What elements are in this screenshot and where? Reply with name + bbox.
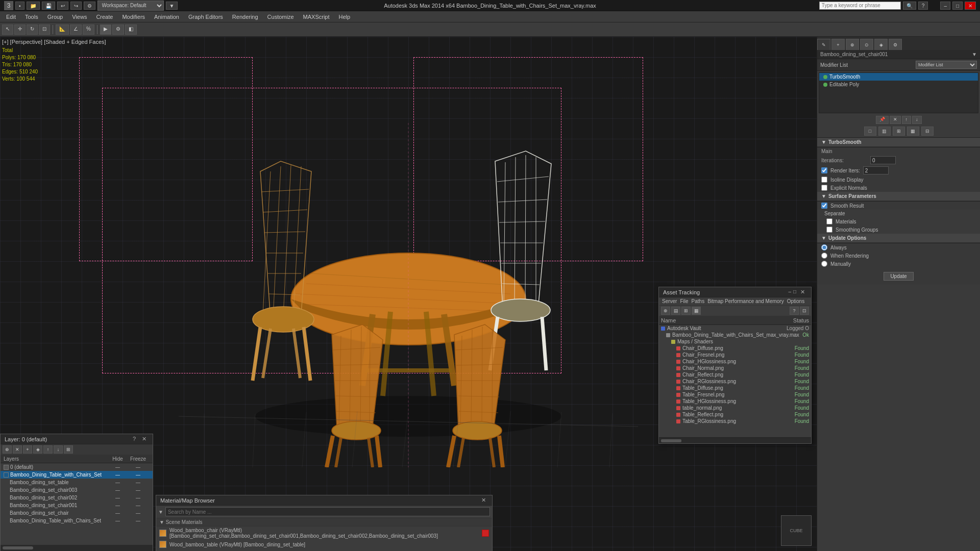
menu-tools[interactable]: Tools [21,12,42,22]
asset-minimize-btn[interactable]: – [788,289,791,295]
layers-add-btn[interactable]: + [23,445,32,454]
material-item-chair[interactable]: Wood_bamboo_chair (VRayMtl) [Bamboo_dini… [156,527,492,540]
asset-maximize-btn[interactable]: □ [793,289,796,295]
snap-btn[interactable]: 📐 [56,24,69,35]
asset-menu-server[interactable]: Server [662,298,677,304]
render-iters-input[interactable] [863,166,889,174]
asset-row-vault[interactable]: Autodesk Vault Logged O [659,325,811,332]
minimize-btn[interactable]: – [940,2,950,10]
menu-graph-editors[interactable]: Graph Editors [184,12,227,22]
menu-help[interactable]: Help [335,12,355,22]
pin-btn[interactable]: 📌 [876,116,889,124]
smooth-result-checkbox[interactable] [821,203,827,209]
menu-modifiers[interactable]: Modifiers [118,12,149,22]
material-editor-btn[interactable]: ◧ [125,24,137,35]
layer-row-chair002[interactable]: Bamboo_dining_set_chair002 — — [1,494,153,502]
menu-rendering[interactable]: Rendering [228,12,262,22]
layers-select-btn[interactable]: ◈ [33,445,42,454]
asset-row-file[interactable]: Bamboo_Dining_Table_with_Chairs_Set_max_… [659,332,811,338]
asset-row-chair-rglos[interactable]: Chair_RGlossiness.png Found [659,378,811,385]
when-rendering-radio[interactable] [821,253,827,259]
search-btn[interactable]: 🔍 [903,2,916,10]
close-btn[interactable]: ✕ [965,2,976,10]
settings-btn[interactable]: ⚙ [84,2,95,10]
asset-row-chair-diffuse[interactable]: Chair_Diffuse.png Found [659,345,811,352]
rollout-btn-1[interactable]: □ [864,127,876,136]
move-down-btn[interactable]: ↓ [912,116,922,124]
update-options-header[interactable]: ▼ Update Options [817,234,980,243]
layer-row-chair001[interactable]: Bamboo_dining_set_chair001 — — [1,502,153,509]
asset-row-chair-reflect[interactable]: Chair_Reflect.png Found [659,371,811,378]
asset-row-table-diffuse[interactable]: Table_Diffuse.png Found [659,385,811,391]
move-btn[interactable]: ✛ [14,24,26,35]
save-btn[interactable]: 💾 [42,2,55,10]
menu-maxscript[interactable]: MAXScript [299,12,334,22]
rollout-btn-4[interactable]: ▦ [907,127,919,136]
tab-display[interactable]: ◈ [874,39,888,50]
asset-btn-3[interactable]: ⊞ [681,307,691,315]
angle-snap-btn[interactable]: ∠ [70,24,82,35]
render-btn[interactable]: ▶ [100,24,111,35]
layers-move-btn[interactable]: ↑ [43,445,53,454]
render-iters-checkbox[interactable] [821,167,827,173]
asset-row-table-normal[interactable]: table_normal.png Found [659,405,811,411]
layer-row-chair003[interactable]: Bamboo_dining_set_chair003 — — [1,486,153,494]
rollout-btn-3[interactable]: ⊞ [893,127,905,136]
menu-edit[interactable]: Edit [2,12,20,22]
delete-modifier-btn[interactable]: ✕ [890,116,901,124]
asset-menu-options[interactable]: Options [787,298,804,304]
navigation-cube[interactable]: CUBE [781,515,812,546]
asset-row-table-hglos[interactable]: Table_HGlossiness.png Found [659,398,811,405]
layers-help-btn[interactable]: ? [131,436,138,442]
undo-btn[interactable]: ↩ [57,2,68,10]
modifier-item-editable-poly[interactable]: Editable Poly [819,81,978,88]
rollout-btn-5[interactable]: ⊟ [921,127,934,136]
smoothing-groups-checkbox[interactable] [826,227,832,233]
tab-motion[interactable]: ⊙ [860,39,873,50]
help-btn[interactable]: ? [918,2,928,10]
asset-btn-4[interactable]: ▦ [692,307,701,315]
tab-modify[interactable]: ✎ [817,39,830,50]
asset-row-chair-hglos[interactable]: Chair_HGlossiness.png Found [659,358,811,365]
update-button[interactable]: Update [884,272,913,281]
layer-row-default[interactable]: 0 (default) — — [1,463,153,471]
layer-row-table[interactable]: Bamboo_dining_set_table — — [1,479,153,486]
new-btn[interactable]: ▪ [15,2,24,10]
scale-btn[interactable]: ⊡ [39,24,50,35]
turbosmooth-header[interactable]: ▼ TurboSmooth [817,138,980,147]
menu-create[interactable]: Create [92,12,117,22]
modifier-item-turbosmooth[interactable]: TurboSmooth [819,73,978,81]
rollout-btn-2[interactable]: ▥ [878,127,891,136]
percent-snap-btn[interactable]: % [83,24,94,35]
layers-scroll-thumb[interactable] [3,546,33,549]
always-radio[interactable] [821,244,827,251]
workspace-expand-btn[interactable]: ▼ [166,2,178,10]
asset-btn-2[interactable]: ▤ [671,307,680,315]
asset-row-table-fresnel[interactable]: Table_Fresnel.png Found [659,391,811,398]
asset-expand-btn[interactable]: ⊡ [800,307,809,315]
materials-checkbox[interactable] [826,218,832,224]
menu-animation[interactable]: Animation [150,12,183,22]
iterations-input[interactable] [870,156,896,164]
layers-new-btn[interactable]: ⊕ [3,445,12,454]
asset-scroll-area[interactable]: Autodesk Vault Logged O Bamboo_Dining_Ta… [659,325,811,437]
asset-help-btn[interactable]: ? [790,307,799,315]
asset-scroll-thumb[interactable] [661,439,681,442]
layer-row-chair[interactable]: Bamboo_dining_set_chair — — [1,509,153,517]
render-setup-btn[interactable]: ⚙ [112,24,124,35]
asset-menu-file[interactable]: File [680,298,688,304]
layers-delete-btn[interactable]: ✕ [13,445,22,454]
material-browser-close-btn[interactable]: ✕ [479,497,488,504]
app-icon[interactable]: 3 [4,1,13,10]
move-up-btn[interactable]: ↑ [902,116,912,124]
layers-scrollbar[interactable] [1,545,153,551]
menu-group[interactable]: Group [43,12,67,22]
layer-row-bamboo-set[interactable]: Bamboo_Dining_Table_with_Chairs_Set — — [1,471,153,479]
tab-create[interactable]: + [831,39,845,50]
asset-row-table-reflect[interactable]: Table_Reflect.png Found [659,411,811,418]
select-btn[interactable]: ↖ [2,24,13,35]
menu-views[interactable]: Views [68,12,91,22]
asset-h-scrollbar[interactable] [659,437,811,443]
menu-customize[interactable]: Customize [263,12,298,22]
maximize-btn[interactable]: □ [952,2,963,10]
